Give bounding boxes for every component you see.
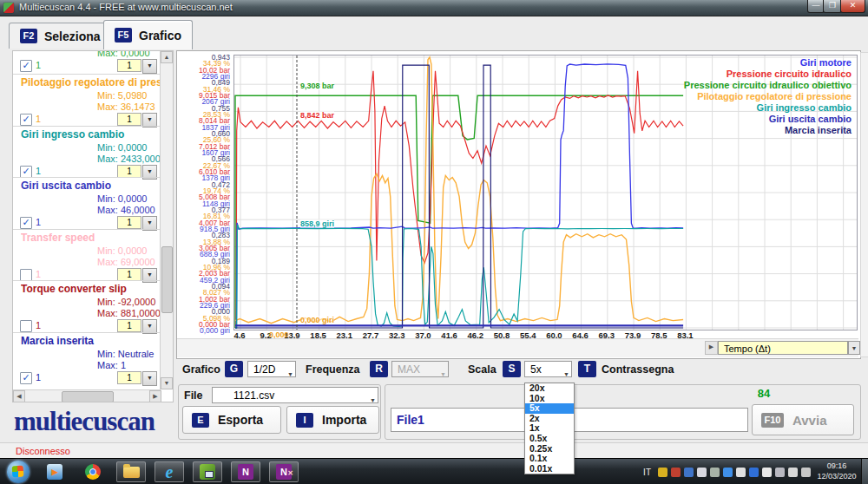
- cursor-value-label: 858,9 giri: [300, 219, 334, 228]
- scala-option-0_1x[interactable]: 0.1x: [525, 454, 574, 464]
- volume-tray-icon[interactable]: [736, 468, 746, 477]
- grafico-select[interactable]: 1/2D▼: [247, 361, 296, 377]
- clock-time: 09:16: [812, 461, 861, 471]
- vscroll-thumb[interactable]: [161, 246, 173, 313]
- taskbar-internet-explorer-button[interactable]: e: [155, 461, 184, 482]
- diagnostic-app-icon: [200, 464, 215, 480]
- legend-entry: Giri ingresso cambio: [684, 102, 852, 114]
- scala-option-0_01x[interactable]: 0.01x: [525, 464, 574, 474]
- window-title: Multiecuscan 4.4 - FREE at www.multiecus…: [19, 2, 233, 12]
- onenote-tray-icon[interactable]: [684, 468, 694, 477]
- parameter-scale-value: 1: [117, 268, 141, 281]
- parameter-checkbox[interactable]: [20, 320, 32, 332]
- parameter-min: Min: 0,0000: [97, 193, 147, 204]
- parameter-checkbox[interactable]: [20, 269, 32, 281]
- parameter-scale-dropdown-icon[interactable]: ▼: [142, 59, 157, 74]
- compass-tray-icon[interactable]: [697, 468, 707, 477]
- scroll-down-icon[interactable]: ▼: [161, 377, 173, 389]
- tab-grafico[interactable]: F5 Grafico: [103, 20, 193, 49]
- y-axis-labels: 0,94334,39 %10,02 bar2296 giri0,84931,46…: [178, 54, 232, 335]
- chart-scrollbar[interactable]: ▶ Tempo (Δt) ▼: [177, 338, 858, 357]
- parameter-scale-dropdown-icon[interactable]: ▼: [142, 371, 157, 386]
- taskbar-clock[interactable]: 09:16 12/03/2020: [812, 461, 861, 481]
- taskbar-windows-media-player-button[interactable]: ▶: [40, 461, 69, 482]
- hscroll-thumb[interactable]: [62, 391, 114, 402]
- tab-seleziona-label: Seleziona: [44, 29, 101, 43]
- avvia-button[interactable]: F10 Avvia: [752, 404, 854, 435]
- legend-entry: Pressione circuito idraulico obiettivo: [684, 80, 852, 91]
- series-pressione-circuito-idraulico-obiettivo: [235, 95, 683, 328]
- tab-seleziona[interactable]: F2 Seleziona: [9, 23, 112, 49]
- parameter-count: 1: [36, 60, 41, 70]
- importa-button[interactable]: I Importa: [286, 406, 379, 434]
- parameter-min: Min: 0,0000: [97, 142, 147, 153]
- chart-zoom-track[interactable]: [860, 52, 868, 357]
- scroll-right-icon[interactable]: ▶: [149, 390, 161, 402]
- parameter-count: 1: [36, 217, 41, 227]
- download-tray-icon[interactable]: [671, 468, 681, 477]
- parameter-min: Min: 0,0000: [97, 245, 147, 256]
- clock-date: 12/03/2020: [812, 471, 861, 481]
- x-axis-mode-select[interactable]: Tempo (Δt): [718, 341, 848, 355]
- battery-tray-icon[interactable]: [710, 468, 720, 477]
- file-select-value: 1121.csv: [218, 389, 274, 402]
- update-tray-icon[interactable]: [801, 468, 811, 477]
- cursor-value-label: 0,000 giri: [300, 316, 334, 324]
- app-icon: [3, 3, 14, 13]
- language-indicator[interactable]: IT: [643, 468, 651, 477]
- close-button[interactable]: ✕: [840, 0, 865, 13]
- f5-key-badge: F5: [115, 28, 132, 43]
- esporta-button[interactable]: E Esporta: [182, 406, 281, 434]
- parameter-checkbox[interactable]: ✓: [20, 114, 32, 126]
- section-divider: [13, 280, 161, 281]
- importa-key-badge: I: [296, 413, 313, 428]
- parameter-vscrollbar[interactable]: ▲▼: [160, 51, 173, 389]
- parameter-max: Max: 1: [97, 360, 126, 370]
- scala-select[interactable]: 5x▼: [524, 361, 572, 377]
- status-bar: Disconnesso: [0, 442, 868, 459]
- windows-media-player-icon: ▶: [47, 464, 62, 480]
- restore-button[interactable]: ❐: [823, 0, 842, 13]
- app-window: Multiecuscan 4.4 - FREE at www.multiecus…: [0, 0, 868, 484]
- explorer-icon: [123, 467, 140, 478]
- scala-option-20x[interactable]: 20x: [525, 383, 574, 394]
- scroll-right-icon[interactable]: ▶: [705, 341, 718, 355]
- flag-tray-icon[interactable]: [788, 468, 798, 477]
- taskbar-onenote-clipper-button[interactable]: N: [269, 461, 299, 482]
- minimize-button[interactable]: —: [807, 0, 825, 13]
- section-divider: [13, 74, 161, 75]
- scroll-left-icon[interactable]: ◀: [13, 390, 25, 402]
- input-tray-icon[interactable]: [775, 468, 785, 477]
- scroll-up-icon[interactable]: ▲: [161, 51, 173, 63]
- taskbar-explorer-button[interactable]: [116, 461, 146, 482]
- chrome-tray-icon[interactable]: [658, 468, 667, 477]
- legend-entry: Giri uscita cambio: [684, 114, 852, 125]
- parameter-checkbox[interactable]: ✓: [20, 217, 32, 229]
- parameter-checkbox[interactable]: ✓: [20, 372, 32, 384]
- taskbar-onenote-button[interactable]: N: [231, 461, 260, 482]
- chart-legend: Giri motorePressione circuito idraulicoP…: [684, 57, 852, 136]
- avvia-key-badge: F10: [761, 413, 784, 428]
- taskbar-chrome-button[interactable]: [78, 461, 108, 482]
- parameter-title: Marcia inserita: [21, 335, 161, 347]
- taskbar: ▶eNN IT 09:16 12/03/2020: [0, 458, 868, 484]
- file-select[interactable]: 1121.csv▼: [212, 387, 378, 403]
- tab-grafico-label: Grafico: [139, 29, 181, 43]
- scala-option-0_5x[interactable]: 0.5x: [525, 434, 574, 444]
- show-desktop-button[interactable]: [861, 459, 868, 484]
- parameter-title: Pilotaggio regolatore di pressi: [21, 76, 161, 88]
- chart-plot[interactable]: Giri motorePressione circuito idraulicoP…: [233, 55, 858, 330]
- parameter-count: 1: [36, 166, 41, 176]
- parameter-title: Torque converter slip: [21, 283, 161, 295]
- parameter-checkbox[interactable]: ✓: [20, 166, 32, 178]
- messenger-tray-icon[interactable]: [723, 468, 733, 477]
- cursor-value-label: 9,308 bar: [300, 82, 334, 90]
- x-axis-mode-dropdown-icon[interactable]: ▼: [848, 341, 860, 355]
- start-button[interactable]: [7, 461, 30, 483]
- parameter-hscrollbar[interactable]: ◀▶: [13, 389, 161, 402]
- parameter-checkbox[interactable]: ✓: [20, 60, 32, 72]
- signal-tray-icon[interactable]: [762, 468, 772, 477]
- taskbar-diagnostic-app-button[interactable]: [193, 461, 222, 482]
- parameter-count: 1: [36, 372, 41, 383]
- bluetooth-tray-icon[interactable]: [749, 468, 759, 477]
